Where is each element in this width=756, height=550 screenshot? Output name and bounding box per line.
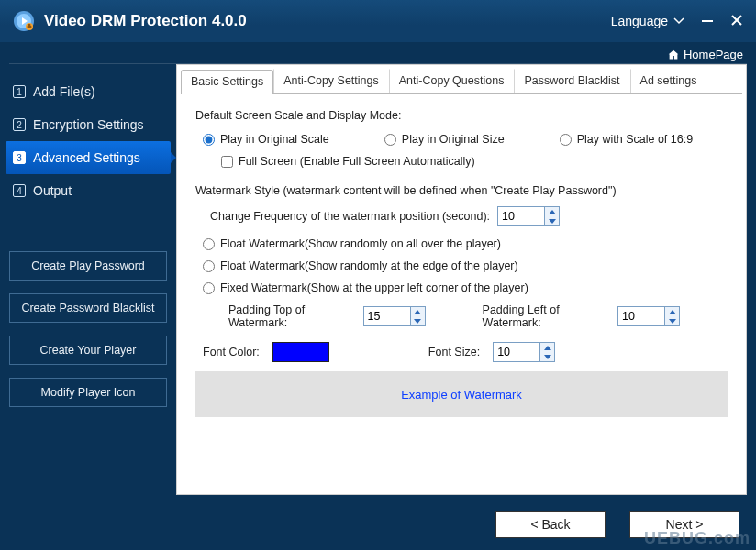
pad-top-spinner[interactable] [411, 306, 426, 326]
nav-output[interactable]: 4 Output [6, 174, 171, 207]
font-size-label: Font Size: [428, 346, 480, 358]
create-password-blacklist-button[interactable]: Create Password Blacklist [9, 293, 167, 323]
pad-left-input[interactable] [617, 306, 665, 326]
radio-scale-169[interactable]: Play with Scale of 16:9 [560, 133, 693, 146]
homepage-link[interactable]: HomePage [667, 48, 743, 61]
nav-add-files[interactable]: 1 Add File(s) [6, 75, 171, 108]
watermark-example: Example of Watermark [195, 371, 728, 417]
font-size-input[interactable] [493, 342, 540, 362]
sidebar: 1 Add File(s) 2 Encryption Settings 3 Ad… [0, 64, 176, 502]
homepage-label: HomePage [684, 48, 743, 61]
nav-label: Encryption Settings [33, 117, 144, 132]
font-size-spinner[interactable] [540, 342, 555, 362]
tab-bar: Basic Settings Anti-Copy Settings Anti-C… [181, 69, 742, 94]
titlebar: Video DRM Protection 4.0.0 Language [0, 0, 756, 42]
fullscreen-label: Full Screen (Enable Full Screen Automati… [239, 155, 475, 168]
nav-encryption-settings[interactable]: 2 Encryption Settings [6, 108, 171, 141]
nav-step-number: 3 [13, 151, 26, 164]
radio-scale-169-input[interactable] [560, 134, 572, 146]
minimize-button[interactable] [701, 14, 714, 29]
fullscreen-checkbox[interactable] [221, 156, 233, 168]
radio-original-scale[interactable]: Play in Original Scale [203, 133, 329, 146]
create-your-player-button[interactable]: Create Your Player [9, 336, 167, 365]
svg-rect-5 [702, 20, 713, 22]
radio-float-all-input[interactable] [203, 238, 215, 250]
back-button[interactable]: < Back [495, 511, 606, 538]
app-icon [13, 10, 35, 32]
chevron-down-icon [673, 17, 684, 25]
main-panel: Basic Settings Anti-Copy Settings Anti-C… [176, 64, 747, 495]
nav-step-number: 2 [13, 118, 26, 131]
language-label: Language [611, 14, 668, 28]
font-color-picker[interactable] [272, 342, 329, 362]
app-title: Video DRM Protection 4.0.0 [44, 12, 247, 30]
next-button[interactable]: Next > [629, 511, 739, 538]
tab-password-blacklist[interactable]: Password Blacklist [514, 69, 629, 94]
home-icon [667, 49, 680, 61]
radio-original-size-input[interactable] [384, 134, 396, 146]
homepage-row: HomePage [0, 42, 756, 63]
footer: < Back Next > [0, 502, 756, 546]
close-button[interactable] [730, 14, 743, 29]
nav-label: Output [33, 183, 72, 198]
change-frequency-input[interactable] [497, 206, 545, 226]
radio-float-all[interactable]: Float Watermark(Show randomly on all ove… [203, 237, 501, 250]
nav-label: Add File(s) [33, 84, 95, 99]
pad-top-input[interactable] [363, 306, 411, 326]
svg-rect-3 [28, 24, 31, 26]
tab-basic-settings[interactable]: Basic Settings [181, 70, 273, 94]
tab-anti-copy-questions[interactable]: Anti-Copy Questions [389, 69, 515, 94]
change-frequency-spinner[interactable] [545, 206, 560, 226]
radio-float-edge-input[interactable] [203, 260, 215, 272]
create-play-password-button[interactable]: Create Play Password [9, 251, 167, 280]
svg-rect-4 [28, 26, 32, 28]
radio-fixed[interactable]: Fixed Watermark(Show at the upper left c… [203, 281, 528, 294]
tab-anti-copy-settings[interactable]: Anti-Copy Settings [273, 69, 389, 94]
radio-fixed-input[interactable] [203, 282, 215, 294]
radio-original-size[interactable]: Play in Original Size [384, 133, 505, 146]
nav-step-number: 4 [13, 184, 26, 197]
change-frequency-label: Change Frequency of the watermark positi… [210, 210, 490, 223]
pad-left-spinner[interactable] [665, 306, 680, 326]
nav-label: Advanced Settings [33, 150, 140, 165]
radio-original-scale-input[interactable] [203, 134, 215, 146]
pad-left-label: Padding Left of Watermark: [483, 303, 612, 329]
watermark-header: Watermark Style (watermark content will … [195, 184, 728, 197]
scale-mode-header: Default Screen Scale and Display Mode: [195, 109, 728, 122]
nav-step-number: 1 [13, 85, 26, 98]
language-button[interactable]: Language [611, 14, 684, 28]
panel-body: Default Screen Scale and Display Mode: P… [177, 94, 746, 494]
modify-player-icon-button[interactable]: Modify Player Icon [9, 378, 167, 407]
nav-advanced-settings[interactable]: 3 Advanced Settings [6, 141, 171, 174]
radio-float-edge[interactable]: Float Watermark(Show randomly at the edg… [203, 259, 518, 272]
tab-ad-settings[interactable]: Ad settings [630, 69, 707, 94]
font-color-label: Font Color: [203, 346, 260, 358]
watermark-example-text: Example of Watermark [401, 388, 522, 402]
pad-top-label: Padding Top of Watermark: [228, 303, 358, 329]
